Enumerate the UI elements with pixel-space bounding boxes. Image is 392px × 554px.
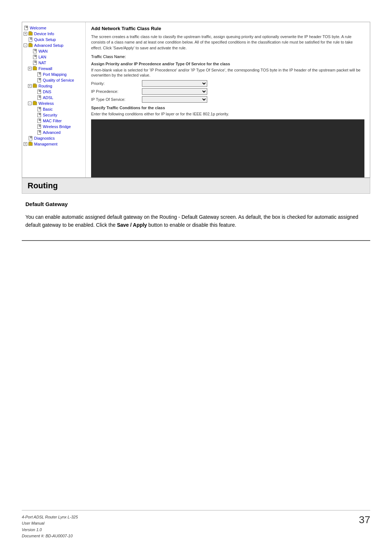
sidebar-link-wan[interactable]: WAN [38, 49, 48, 53]
assign-section-desc: If non-blank value is selected for 'IP P… [91, 67, 364, 78]
sidebar-item-firewall[interactable]: + Firewall [28, 66, 84, 71]
assign-section-title: Assign Priority and/or IP Precedence and… [91, 62, 364, 66]
ip-precedence-row: IP Precedence: [91, 88, 364, 95]
sidebar-link-wireless-bridge[interactable]: Wireless Bridge [43, 124, 71, 129]
sidebar-item-wan[interactable]: WAN [32, 48, 84, 54]
sidebar-link-diagnostics[interactable]: Diagnostics [34, 136, 55, 140]
sidebar-link-firewall[interactable]: Firewall [38, 66, 52, 71]
priority-select[interactable] [142, 80, 207, 87]
sidebar-link-adsl[interactable]: ADSL [43, 95, 53, 100]
sidebar-item-mac-filter[interactable]: MAC Filter [37, 118, 84, 124]
footer-left: 4-Port ADSL Router Lynx L-325 User Manua… [22, 514, 78, 539]
footer-page-number: 37 [359, 514, 370, 526]
ip-tos-select[interactable] [142, 96, 207, 103]
sidebar-item-advanced[interactable]: Advanced [37, 130, 84, 135]
sidebar: Welcome + Device Info Quick Setup - Adva… [22, 22, 86, 177]
sidebar-item-dns[interactable]: DNS [37, 89, 84, 95]
expand-icon-advanced-setup[interactable]: - [24, 44, 27, 47]
sidebar-link-device-info[interactable]: Device Info [34, 32, 54, 36]
sidebar-link-routing[interactable]: Routing [38, 84, 52, 88]
priority-label: Priority: [91, 81, 142, 86]
sidebar-item-wireless-bridge[interactable]: Wireless Bridge [37, 124, 84, 130]
sidebar-item-wireless[interactable]: - Wireless [28, 100, 84, 106]
page-wrapper: Welcome + Device Info Quick Setup - Adva… [0, 0, 392, 554]
sidebar-link-mac-filter[interactable]: MAC Filter [43, 119, 62, 123]
footer-user-manual: User Manual [22, 520, 78, 527]
traffic-conditions-table [91, 119, 364, 177]
sidebar-item-routing[interactable]: + Routing [28, 83, 84, 89]
sidebar-item-welcome[interactable]: Welcome [24, 25, 84, 31]
specify-section-desc: Enter the following conditions either fo… [91, 111, 364, 116]
footer-divider [22, 510, 370, 510]
expand-icon-wireless[interactable]: - [28, 102, 32, 105]
footer-product: 4-Port ADSL Router Lynx L-325 [22, 514, 78, 521]
sidebar-link-welcome[interactable]: Welcome [30, 26, 46, 30]
specify-section-title: Specify Traffic Conditions for the class [91, 106, 364, 110]
sidebar-item-lan[interactable]: LAN [32, 54, 84, 60]
main-title: Add Network Traffic Class Rule [91, 26, 364, 31]
sidebar-link-basic[interactable]: Basic [43, 107, 53, 111]
sidebar-link-lan[interactable]: LAN [38, 55, 46, 59]
sidebar-item-adsl[interactable]: ADSL [37, 95, 84, 100]
sidebar-item-port-mapping[interactable]: Port Mapping [37, 71, 84, 77]
ip-tos-label: IP Type Of Service: [91, 97, 142, 102]
sidebar-link-dns[interactable]: DNS [43, 90, 51, 94]
sidebar-item-device-info[interactable]: + Device Info [24, 31, 84, 37]
footer-area: 4-Port ADSL Router Lynx L-325 User Manua… [22, 503, 370, 539]
ip-precedence-label: IP Precedence: [91, 89, 142, 94]
sidebar-item-basic[interactable]: Basic [37, 106, 84, 112]
sidebar-link-security[interactable]: Security [43, 113, 57, 117]
sidebar-item-management[interactable]: + Management [24, 141, 84, 147]
sidebar-item-advanced-setup[interactable]: - Advanced Setup [24, 42, 84, 48]
footer-document: Document #: BD-AU0007-10 [22, 533, 78, 539]
priority-row: Priority: [91, 80, 364, 87]
footer-bottom: 4-Port ADSL Router Lynx L-325 User Manua… [22, 514, 370, 539]
screenshot-area: Welcome + Device Info Quick Setup - Adva… [22, 22, 370, 178]
routing-body-text2: button to enable or disable this feature… [147, 222, 236, 228]
routing-body: You can enable automatic assigned defaul… [25, 213, 367, 229]
routing-subtitle: Default Gateway [25, 201, 367, 207]
routing-header: Routing [22, 178, 370, 194]
sidebar-item-nat[interactable]: NAT [32, 60, 84, 66]
expand-icon-management[interactable]: + [24, 142, 27, 146]
ip-tos-row: IP Type Of Service: [91, 96, 364, 103]
sidebar-link-advanced[interactable]: Advanced [43, 130, 61, 135]
main-panel: Add Network Traffic Class Rule The scree… [86, 22, 370, 177]
expand-icon-routing[interactable]: + [28, 84, 32, 88]
sidebar-item-quick-setup[interactable]: Quick Setup [28, 37, 84, 42]
section-divider [22, 240, 370, 241]
routing-content: Default Gateway You can enable automatic… [22, 201, 370, 229]
routing-bold-text: Save / Apply [117, 222, 147, 228]
sidebar-link-management[interactable]: Management [34, 142, 57, 146]
ip-precedence-select[interactable] [142, 88, 207, 95]
sidebar-link-quick-setup[interactable]: Quick Setup [34, 37, 56, 42]
sidebar-item-qos[interactable]: Quality of Service [37, 77, 84, 83]
expand-icon-firewall[interactable]: + [28, 67, 32, 70]
main-description: The screen creates a traffic class rule … [91, 34, 364, 51]
sidebar-link-port-mapping[interactable]: Port Mapping [43, 72, 66, 77]
sidebar-link-advanced-setup[interactable]: Advanced Setup [34, 43, 64, 48]
expand-icon-device-info[interactable]: + [24, 32, 27, 36]
traffic-class-label: Traffic Class Name: [91, 54, 364, 59]
sidebar-link-nat[interactable]: NAT [38, 61, 46, 65]
sidebar-link-qos[interactable]: Quality of Service [43, 78, 74, 82]
footer-version: Version 1.0 [22, 527, 78, 533]
routing-section: Routing Default Gateway You can enable a… [22, 178, 370, 252]
sidebar-item-diagnostics[interactable]: Diagnostics [28, 135, 84, 141]
sidebar-link-wireless[interactable]: Wireless [38, 101, 54, 106]
sidebar-item-security[interactable]: Security [37, 112, 84, 118]
